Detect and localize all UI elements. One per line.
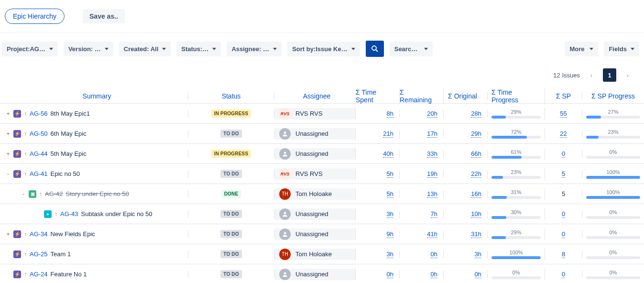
sp-link[interactable]: 0	[562, 210, 565, 218]
priority-icon: ↑	[39, 191, 42, 197]
filter-search-text[interactable]: Searc…	[390, 42, 433, 56]
time-progress-label: 72%	[511, 129, 521, 135]
status-lozenge[interactable]: TO DO	[220, 170, 241, 178]
remaining-link[interactable]: 20h	[427, 110, 437, 118]
original-link[interactable]: 10h	[471, 210, 481, 218]
col-original-header[interactable]: Σ Original	[448, 92, 477, 100]
original-link[interactable]: 22h	[471, 170, 481, 178]
status-lozenge[interactable]: IN PROGRESS	[211, 109, 251, 118]
timespent-link[interactable]: 40h	[383, 150, 393, 158]
expand-toggle[interactable]: -	[6, 171, 11, 177]
expand-toggle[interactable]: +	[6, 231, 11, 238]
issue-key-link[interactable]: AG-41	[30, 170, 48, 177]
remaining-link[interactable]: 7h	[431, 210, 437, 218]
col-assignee-header[interactable]: Assignee	[303, 92, 331, 100]
issue-key-link[interactable]: AG-56	[30, 110, 48, 117]
timespent-link[interactable]: 0h	[387, 271, 393, 278]
sp-link[interactable]: 8	[562, 250, 565, 258]
timespent-link[interactable]: 5h	[387, 190, 393, 198]
filter-version[interactable]: Version: …	[64, 42, 113, 56]
pager-prev[interactable]: ‹	[585, 68, 598, 82]
epic-hierarchy-button[interactable]: Epic Hierarchy	[5, 9, 65, 24]
timespent-link[interactable]: 8h	[387, 110, 393, 118]
more-button[interactable]: More	[565, 42, 598, 56]
issue-key-link[interactable]: AG-43	[60, 210, 78, 218]
expand-toggle[interactable]: +	[6, 110, 11, 117]
status-lozenge[interactable]: TO DO	[220, 130, 241, 138]
col-timeprogress-header[interactable]: Σ Time Progress	[491, 88, 541, 104]
col-status-header[interactable]: Status	[222, 92, 241, 100]
issue-key-link[interactable]: AG-34	[30, 230, 48, 238]
issue-key-link[interactable]: AG-42	[45, 190, 63, 197]
remaining-link[interactable]: 0h	[431, 271, 437, 278]
filter-project[interactable]: Project:AG…	[2, 42, 58, 56]
assignee-cell[interactable]: Unassigned	[274, 148, 355, 160]
remaining-link[interactable]: 19h	[427, 170, 437, 178]
issue-key-link[interactable]: AG-44	[30, 150, 48, 157]
issue-summary: 5th May Epic	[51, 150, 87, 157]
fields-button[interactable]: Fields	[604, 42, 639, 56]
assignee-cell[interactable]: Unassigned	[274, 229, 355, 240]
remaining-link[interactable]: 33h	[427, 150, 437, 158]
issue-key-link[interactable]: AG-25	[30, 250, 48, 258]
assignee-name: RVS RVS	[295, 170, 323, 177]
original-link[interactable]: 3h	[475, 250, 481, 258]
timespent-link[interactable]: 3h	[387, 210, 393, 218]
assignee-cell[interactable]: Unassigned	[274, 208, 355, 220]
assignee-cell[interactable]: RVS RVS RVS	[274, 168, 355, 180]
assignee-cell[interactable]: Unassigned	[274, 269, 355, 280]
assignee-cell[interactable]: Unassigned	[274, 128, 355, 140]
filter-sortby[interactable]: Sort by:Issue Ke…	[287, 42, 360, 56]
timespent-link[interactable]: 3h	[387, 250, 393, 258]
timespent-link[interactable]: 21h	[383, 130, 393, 138]
original-link[interactable]: 16h	[471, 190, 481, 198]
svg-point-0	[372, 46, 376, 50]
sp-link[interactable]: 5	[562, 170, 565, 178]
filter-created[interactable]: Created: All	[119, 42, 171, 56]
svg-point-4	[284, 212, 286, 214]
status-lozenge[interactable]: TO DO	[220, 230, 241, 238]
timespent-link[interactable]: 9h	[387, 230, 393, 238]
issue-key-link[interactable]: AG-50	[30, 130, 48, 137]
assignee-cell[interactable]: RVS RVS RVS	[274, 108, 355, 120]
sp-link[interactable]: 55	[560, 110, 567, 118]
sp-link[interactable]: 0	[562, 230, 565, 238]
col-spprogress-header[interactable]: Σ SP Progress	[591, 92, 635, 100]
remaining-link[interactable]: 13h	[427, 190, 437, 198]
original-link[interactable]: 0h	[475, 271, 481, 278]
original-link[interactable]: 31h	[471, 230, 481, 238]
pager-next[interactable]: ›	[621, 68, 634, 82]
status-lozenge[interactable]: IN PROGRESS	[211, 150, 251, 158]
expand-toggle[interactable]: -	[21, 191, 26, 197]
filter-assignee[interactable]: Assignee: …	[227, 42, 282, 56]
sp-link[interactable]: 22	[560, 130, 567, 138]
sp-link[interactable]: 0	[562, 271, 565, 278]
remaining-link[interactable]: 17h	[427, 130, 437, 138]
original-link[interactable]: 66h	[471, 150, 481, 158]
expand-toggle[interactable]: +	[6, 131, 11, 137]
col-remaining-header[interactable]: Σ Remaining	[400, 88, 437, 104]
assignee-cell[interactable]: TH Tom Holoake	[274, 188, 355, 200]
remaining-link[interactable]: 41h	[427, 230, 437, 238]
pager-page-1[interactable]: 1	[603, 68, 616, 82]
search-button[interactable]	[366, 41, 384, 57]
assignee-cell[interactable]: TH Tom Holoake	[274, 249, 355, 260]
original-link[interactable]: 28h	[471, 110, 481, 118]
epic-icon: ⚡	[13, 250, 21, 258]
col-sp-header[interactable]: Σ SP	[556, 92, 571, 100]
timespent-link[interactable]: 5h	[387, 170, 393, 178]
sp-link[interactable]: 0	[562, 150, 565, 158]
filter-status[interactable]: Status:…	[176, 42, 221, 56]
expand-toggle[interactable]: +	[6, 151, 11, 157]
status-lozenge[interactable]: TO DO	[220, 270, 241, 278]
issue-summary: Epic no 50	[51, 170, 80, 177]
status-lozenge[interactable]: DONE	[221, 190, 241, 198]
original-link[interactable]: 29h	[471, 130, 481, 138]
save-as-button[interactable]: Save as..	[83, 9, 125, 23]
status-lozenge[interactable]: TO DO	[220, 210, 241, 218]
status-lozenge[interactable]: TO DO	[220, 250, 241, 258]
issue-key-link[interactable]: AG-24	[30, 271, 48, 278]
col-timespent-header[interactable]: Σ Time Spent	[356, 88, 393, 104]
col-summary-header[interactable]: Summary	[83, 92, 111, 100]
remaining-link[interactable]: 0h	[431, 250, 437, 258]
